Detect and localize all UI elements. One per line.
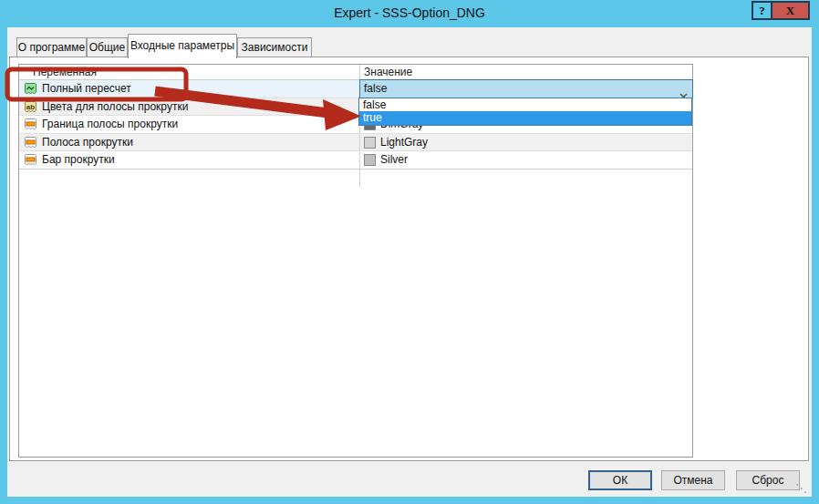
combobox-dropdown-list: false true <box>358 98 692 126</box>
dropdown-option-false[interactable]: false <box>359 98 691 111</box>
color-swatch <box>364 137 376 149</box>
color-icon <box>24 118 37 131</box>
string-icon: ab <box>24 100 37 114</box>
svg-text:ab: ab <box>26 103 35 111</box>
color-swatch <box>364 154 376 166</box>
tab-common[interactable]: Общие <box>87 37 128 57</box>
value-combobox[interactable]: false <box>359 79 693 98</box>
param-name: Бар прокрутки <box>42 153 115 166</box>
value-cell-scrollbar-band[interactable]: LightGray <box>359 134 692 150</box>
value-label: Silver <box>380 153 408 166</box>
close-button[interactable]: X <box>772 1 810 20</box>
param-row-scrollbar-bar[interactable]: Бар прокрутки Silver <box>19 151 692 170</box>
tab-inputs[interactable]: Входные параметры <box>128 34 237 58</box>
title-bar[interactable]: Expert - SSS-Option_DNG ? X <box>0 0 819 27</box>
cancel-button[interactable]: Отмена <box>661 470 725 490</box>
param-name: Граница полосы прокрутки <box>42 118 178 130</box>
param-name: Цвета для полосы прокрутки <box>42 100 188 113</box>
bool-icon <box>24 82 37 96</box>
tab-dependencies[interactable]: Зависимости <box>237 37 312 57</box>
help-button[interactable]: ? <box>752 1 772 20</box>
dialog-window: Expert - SSS-Option_DNG ? X О программе … <box>0 0 819 504</box>
reset-button[interactable]: Сброс <box>736 470 800 490</box>
window-title: Expert - SSS-Option_DNG <box>0 5 819 20</box>
resize-grip[interactable]: ⋱ <box>795 481 807 495</box>
value-cell-scrollbar-bar[interactable]: Silver <box>359 151 692 169</box>
value-cell-full-recalc[interactable]: false <box>359 80 692 98</box>
param-name: Полный пересчет <box>42 82 131 95</box>
param-row-scrollbar-band[interactable]: Полоса прокрутки LightGray <box>19 134 692 151</box>
value-label: LightGray <box>380 136 428 149</box>
color-icon <box>24 136 37 149</box>
param-name: Полоса прокрутки <box>42 136 133 149</box>
dropdown-option-true[interactable]: true <box>359 111 691 125</box>
column-header-variable: Переменная <box>33 66 97 78</box>
combobox-current-value: false <box>364 82 387 95</box>
column-header-value: Значение <box>364 66 412 78</box>
tab-about[interactable]: О программе <box>16 37 87 57</box>
param-row-full-recalc[interactable]: Полный пересчет false <box>19 80 692 98</box>
color-icon <box>24 153 37 167</box>
table-header: Переменная Значение <box>19 65 692 80</box>
ok-button[interactable]: ОК <box>588 470 652 490</box>
